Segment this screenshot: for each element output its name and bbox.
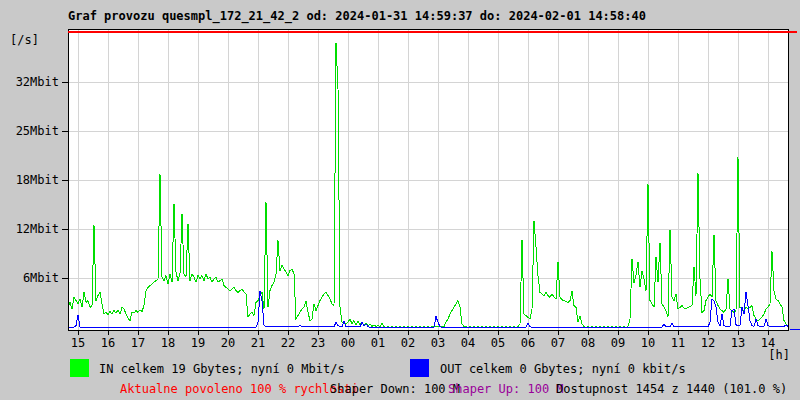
x-tick-label: 13: [731, 336, 745, 350]
x-tick-label: 18: [161, 336, 175, 350]
x-tick-label: 15: [71, 336, 85, 350]
x-tick-label: 02: [401, 336, 415, 350]
x-tick-label: 06: [521, 336, 535, 350]
y-tick-label: 25Mbit: [16, 124, 59, 138]
x-tick-label: 09: [611, 336, 625, 350]
x-tick-label: 17: [131, 336, 145, 350]
x-tick-label: 12: [701, 336, 715, 350]
x-tick-label: 19: [191, 336, 205, 350]
x-tick-label: 11: [671, 336, 685, 350]
traffic-chart: 32Mbit25Mbit18Mbit12Mbit6Mbit[/s]1516171…: [0, 0, 800, 360]
x-tick-label: 23: [311, 336, 325, 350]
status-allowed-speed: Aktualne povoleno 100 % rychlosti: [120, 382, 358, 396]
status-shaper-up: Shaper Up: 100 M: [448, 382, 564, 396]
x-tick-label: 10: [641, 336, 655, 350]
y-axis-unit-label: [/s]: [10, 33, 39, 47]
x-tick-label: 22: [281, 336, 295, 350]
x-tick-label: 21: [251, 336, 265, 350]
x-tick-label: 01: [371, 336, 385, 350]
x-tick-label: 00: [341, 336, 355, 350]
traffic-graph-window: { "header": { "title": "Graf provozu que…: [0, 0, 800, 400]
out-legend-swatch: [410, 359, 429, 377]
status-availability: Dostupnost 1454 z 1440 (101.0 %): [556, 382, 787, 396]
x-tick-label: 04: [461, 336, 475, 350]
x-axis-unit-label: [h]: [768, 348, 790, 360]
status-shaper-down: Shaper Down: 100 M: [330, 382, 460, 396]
x-tick-label: 16: [101, 336, 115, 350]
x-tick-label: 03: [431, 336, 445, 350]
y-tick-label: 6Mbit: [23, 271, 59, 285]
y-tick-label: 12Mbit: [16, 222, 59, 236]
x-tick-label: 20: [221, 336, 235, 350]
x-tick-label: 07: [551, 336, 565, 350]
y-tick-label: 18Mbit: [16, 173, 59, 187]
out-legend-label: OUT celkem 0 Gbytes; nyní 0 kbit/s: [440, 362, 686, 376]
in-legend-swatch: [70, 359, 89, 377]
in-legend-label: IN celkem 19 Gbytes; nyní 0 Mbit/s: [99, 362, 345, 376]
y-tick-label: 32Mbit: [16, 75, 59, 89]
x-tick-label: 08: [581, 336, 595, 350]
x-tick-label: 05: [491, 336, 505, 350]
